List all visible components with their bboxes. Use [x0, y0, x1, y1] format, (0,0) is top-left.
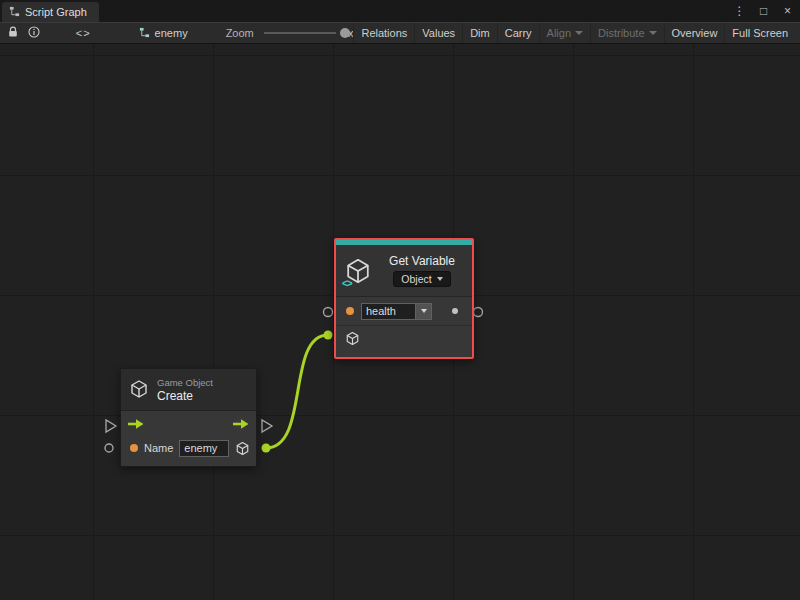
getvar-value-output-port[interactable] — [474, 308, 483, 317]
window-controls: ⋮ □ × — [733, 0, 794, 22]
toolbar-buttons: Relations Values Dim Carry Align Distrib… — [353, 23, 795, 43]
object-output-cube-icon[interactable] — [235, 441, 250, 456]
variable-name-input[interactable] — [361, 303, 415, 320]
variable-scope-dropdown[interactable]: Object — [393, 271, 450, 287]
edit-code-button[interactable]: <> — [70, 27, 97, 39]
info-button[interactable] — [25, 24, 41, 42]
window-menu-button[interactable]: ⋮ — [733, 4, 746, 18]
cube-icon — [129, 379, 149, 401]
script-graph-icon — [9, 6, 20, 19]
info-icon — [28, 26, 40, 40]
chevron-down-icon — [649, 31, 657, 35]
getvar-name-input-port[interactable] — [324, 308, 333, 317]
flow-arrow-in-icon[interactable] — [127, 418, 145, 432]
zoom-label: Zoom — [226, 27, 254, 39]
get-variable-title: Get Variable — [389, 254, 455, 268]
variable-name-input-group — [361, 303, 432, 320]
chevron-down-icon — [421, 309, 427, 313]
graph-toolbar: <> enemy Zoom 1x Relations Values Dim Ca… — [0, 22, 800, 44]
get-variable-node-body — [336, 297, 472, 357]
variable-cube-icon: <> — [344, 257, 372, 285]
create-node-body: Name — [121, 414, 256, 466]
lock-icon — [7, 26, 19, 40]
relations-button-label: Relations — [361, 27, 407, 39]
tab-script-graph[interactable]: Script Graph — [2, 2, 99, 22]
graph-reference-breadcrumb[interactable]: enemy — [139, 27, 188, 40]
zoom-slider[interactable] — [264, 26, 336, 40]
object-input-row — [336, 325, 472, 353]
tab-title: Script Graph — [25, 6, 87, 18]
variable-name-row — [336, 297, 472, 325]
overview-button[interactable]: Overview — [664, 23, 725, 43]
variable-scope-label: Object — [401, 273, 431, 285]
graph-canvas[interactable]: Game Object Create — [0, 44, 800, 600]
lock-button[interactable] — [5, 24, 21, 42]
get-variable-node-header[interactable]: <> Get Variable Object — [336, 245, 472, 297]
fullscreen-button[interactable]: Full Screen — [724, 23, 795, 43]
values-button[interactable]: Values — [414, 23, 462, 43]
create-name-input-port[interactable] — [105, 444, 113, 452]
create-node-header[interactable]: Game Object Create — [121, 369, 256, 411]
create-object-output-port[interactable] — [262, 444, 271, 453]
align-dropdown-button[interactable]: Align — [539, 23, 590, 43]
chevron-down-icon — [575, 31, 583, 35]
code-angle-brackets-icon: <> — [342, 278, 352, 289]
create-name-row: Name — [121, 436, 256, 460]
name-port-label: Name — [144, 442, 173, 454]
chevron-down-icon — [437, 277, 443, 281]
variable-name-port-dot[interactable] — [346, 307, 354, 315]
overview-button-label: Overview — [672, 27, 718, 39]
zoom-slider-track[interactable] — [264, 32, 336, 34]
relations-button[interactable]: Relations — [353, 23, 414, 43]
connection-wire[interactable] — [266, 335, 328, 448]
carry-button[interactable]: Carry — [497, 23, 539, 43]
titlebar: Script Graph ⋮ □ × — [0, 0, 800, 22]
value-output-dot[interactable] — [452, 308, 458, 314]
close-button[interactable]: × — [781, 4, 794, 18]
name-value-input[interactable] — [179, 440, 229, 457]
values-button-label: Values — [422, 27, 455, 39]
fullscreen-button-label: Full Screen — [732, 27, 788, 39]
dim-button-label: Dim — [470, 27, 490, 39]
distribute-button-label: Distribute — [598, 27, 644, 39]
create-node-category: Game Object — [157, 377, 213, 388]
graph-asset-icon — [139, 27, 150, 40]
maximize-button[interactable]: □ — [757, 4, 770, 18]
variable-picker-dropdown-button[interactable] — [415, 303, 432, 320]
zoom-slider-knob[interactable] — [340, 28, 350, 38]
create-node[interactable]: Game Object Create — [120, 368, 257, 467]
align-button-label: Align — [547, 27, 571, 39]
dim-button[interactable]: Dim — [462, 23, 497, 43]
name-port-dot[interactable] — [130, 444, 138, 452]
get-variable-node[interactable]: <> Get Variable Object — [334, 238, 474, 359]
create-flow-input-port[interactable] — [106, 420, 116, 432]
create-node-title: Create — [157, 389, 213, 403]
carry-button-label: Carry — [505, 27, 532, 39]
create-flow-row — [121, 414, 256, 436]
script-graph-window: Script Graph ⋮ □ × — [0, 0, 800, 600]
getvar-object-input-port[interactable] — [324, 331, 333, 340]
distribute-dropdown-button[interactable]: Distribute — [590, 23, 663, 43]
graph-reference-label: enemy — [155, 27, 188, 39]
object-input-cube-icon[interactable] — [345, 331, 360, 348]
flow-arrow-out-icon[interactable] — [232, 418, 250, 432]
create-flow-output-port[interactable] — [262, 420, 272, 432]
